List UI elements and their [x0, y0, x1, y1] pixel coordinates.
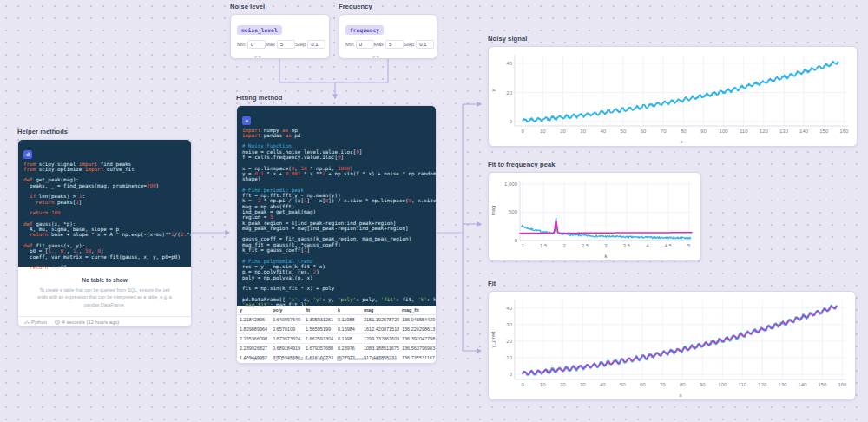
- svg-text:1,000: 1,000: [504, 181, 518, 187]
- svg-text:130: 130: [778, 382, 787, 387]
- svg-text:4: 4: [646, 243, 649, 248]
- svg-text:150: 150: [819, 129, 829, 134]
- min-label: Min: [237, 42, 246, 47]
- svg-text:50: 50: [620, 382, 626, 387]
- svg-text:1.5: 1.5: [540, 243, 548, 248]
- slider-handle[interactable]: [254, 56, 260, 59]
- fitting-method-cell: Fitting method a import numpy as npimpor…: [236, 94, 437, 364]
- svg-text:y: y: [490, 89, 496, 92]
- svg-text:1: 1: [522, 243, 525, 248]
- step-input[interactable]: [307, 40, 326, 49]
- noise-level-card: noise_level Min Max Step 0 1.2 5: [230, 14, 330, 59]
- language-label: Python: [31, 320, 47, 325]
- svg-text:160: 160: [839, 129, 849, 134]
- table-cell: 1083.188511675: [361, 344, 399, 353]
- variable-pill[interactable]: noise_level: [237, 25, 282, 35]
- svg-text:40: 40: [600, 129, 606, 134]
- step-input[interactable]: [416, 40, 434, 49]
- table-cell: 0.6570109: [270, 325, 303, 334]
- svg-text:110: 110: [740, 129, 748, 134]
- columns-icon: [337, 356, 342, 361]
- svg-text:120: 120: [758, 382, 767, 387]
- table-cell: 1612.420871518: [361, 325, 399, 334]
- svg-text:40: 40: [506, 306, 512, 311]
- clock-icon: [273, 356, 279, 361]
- slider-track[interactable]: [345, 58, 431, 59]
- slider-fill: [345, 58, 376, 59]
- svg-text:130: 130: [779, 129, 789, 134]
- slider-fill: [237, 58, 258, 59]
- frequency-peak-chart[interactable]: 11.522.533.544.5505001,000kmag: [488, 172, 701, 261]
- helper-methods-card: d from scipy.signal import find_peaksfro…: [17, 139, 192, 327]
- code-language-icon: ‹/›: [243, 356, 247, 361]
- svg-text:30: 30: [580, 382, 586, 387]
- svg-text:0: 0: [510, 119, 513, 124]
- slider-track[interactable]: [237, 58, 323, 59]
- table-row: 2.2653660980.6730733241.6625973040.19981…: [237, 334, 437, 344]
- svg-text:x: x: [679, 392, 682, 398]
- svg-text:120: 120: [760, 129, 769, 134]
- noisy-signal-chart[interactable]: 0102030405060708090100110120130140150160…: [488, 46, 858, 147]
- code-editor[interactable]: d from scipy.signal import find_peaksfro…: [18, 140, 191, 267]
- frequency-slider[interactable]: [345, 56, 431, 59]
- svg-text:mag: mag: [490, 205, 496, 216]
- svg-text:20: 20: [560, 382, 566, 387]
- frequency-card: frequency Min Max Step 0 1.8 5: [339, 14, 437, 59]
- svg-text:110: 110: [739, 382, 747, 387]
- cell-title: Helper methods: [17, 128, 192, 135]
- table-cell: 1.662597304: [303, 334, 335, 344]
- min-input[interactable]: [247, 40, 266, 49]
- run-time-label: 4 seconds (12 hours ago): [62, 320, 120, 325]
- result-table[interactable]: ypolyfitkmagmag_fit 1.218428960.64099764…: [237, 306, 436, 353]
- table-cell: 136.048554429: [399, 315, 437, 325]
- slider-handle[interactable]: [373, 56, 379, 59]
- step-label: Step: [404, 42, 414, 47]
- svg-text:90: 90: [700, 382, 706, 387]
- svg-text:80: 80: [681, 129, 687, 134]
- helper-methods-cell: Helper methods d from scipy.signal impor…: [17, 128, 192, 327]
- table-row: 1.8298899640.65701091.565951990.15984161…: [237, 325, 437, 334]
- table-cell: 136.392042798: [399, 334, 437, 344]
- svg-text:160: 160: [838, 382, 847, 387]
- arrow-noise-to-fitting: [279, 56, 388, 82]
- svg-text:80: 80: [680, 382, 686, 387]
- svg-text:40: 40: [506, 61, 512, 66]
- svg-text:20: 20: [506, 339, 512, 344]
- python-code: import numpy as npimport pandas as pd # …: [242, 128, 431, 308]
- code-editor[interactable]: a import numpy as npimport pandas as pd …: [237, 106, 436, 306]
- language-label: Python: [250, 356, 266, 361]
- svg-text:10: 10: [540, 382, 546, 387]
- table-cell: 1299.332867609: [361, 334, 399, 344]
- table-cell: 0.640997649: [270, 315, 303, 325]
- run-time-label: 24 ms (12 hours ago): [281, 356, 329, 361]
- svg-text:4.5: 4.5: [665, 243, 673, 248]
- svg-text:140: 140: [798, 382, 807, 387]
- notebook-canvas: Noise level noise_level Min Max Step 0 1…: [0, 0, 868, 422]
- chart-title: Fit: [488, 280, 856, 287]
- svg-text:0: 0: [515, 238, 518, 243]
- svg-text:0: 0: [522, 382, 525, 387]
- svg-text:20: 20: [506, 90, 512, 96]
- min-input[interactable]: [356, 40, 374, 49]
- min-label: Min: [345, 42, 354, 47]
- column-header: mag_fit: [399, 306, 437, 315]
- svg-text:140: 140: [799, 129, 809, 134]
- table-cell: 136.563796983: [399, 344, 437, 353]
- cell-title: Noise level: [230, 3, 330, 10]
- frequency-peak-cell: Fit to frequency peak 11.522.533.544.550…: [488, 161, 701, 261]
- svg-text:5: 5: [687, 243, 691, 248]
- table-cell: 2.265366098: [237, 334, 270, 344]
- max-input[interactable]: [277, 40, 295, 49]
- max-input[interactable]: [385, 40, 404, 49]
- noise-slider[interactable]: [237, 56, 323, 59]
- svg-text:90: 90: [700, 129, 707, 134]
- table-cell: 1.21842896: [237, 315, 270, 325]
- variable-pill[interactable]: frequency: [345, 25, 384, 35]
- arrow-fitting-out: [437, 104, 463, 351]
- svg-text:10: 10: [506, 355, 512, 360]
- chart-title: Noisy signal: [488, 35, 858, 43]
- table-cell: 0.23976: [335, 344, 361, 353]
- table-cell: 1.56595199: [303, 325, 335, 334]
- fit-chart[interactable]: 0102030405060708090100110120130140150160…: [488, 291, 856, 400]
- svg-text:100: 100: [718, 382, 727, 387]
